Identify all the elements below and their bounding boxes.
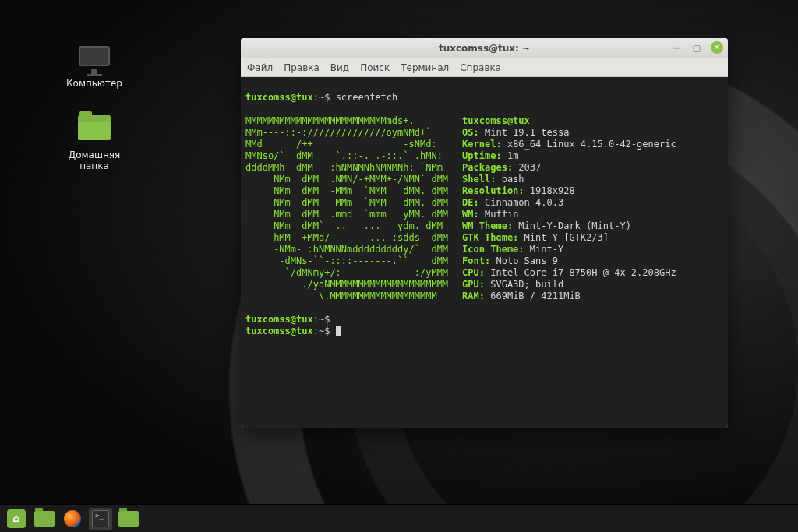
close-button[interactable]: ✕ — [711, 41, 723, 54]
menu-help[interactable]: Справка — [460, 62, 501, 73]
window-menubar: Файл Правка Вид Поиск Терминал Справка — [241, 58, 728, 77]
window-title: tuxcomss@tux: ~ — [439, 43, 530, 54]
mint-logo-icon: ⌂ — [7, 509, 26, 528]
taskbar-terminal[interactable] — [89, 508, 112, 530]
maximize-button[interactable]: ▢ — [690, 41, 703, 54]
terminal-command: screenfetch — [336, 92, 397, 103]
menu-search[interactable]: Поиск — [360, 62, 390, 73]
desktop-icon-home[interactable]: Домашняя папка — [59, 109, 129, 171]
terminal-icon — [92, 510, 109, 527]
menu-view[interactable]: Вид — [330, 62, 349, 73]
desktop-icon-computer[interactable]: Компьютер — [59, 37, 129, 89]
folder-icon — [118, 511, 139, 527]
computer-icon — [76, 37, 113, 75]
taskbar-firefox[interactable] — [61, 508, 84, 530]
desktop-icon-label: Компьютер — [59, 78, 129, 89]
taskbar: ⌂ — [0, 504, 798, 532]
terminal-viewport[interactable]: tuxcomss@tux:~$ screenfetch MMMMMMMMMMMM… — [241, 77, 728, 428]
folder-icon — [76, 109, 113, 146]
menu-edit[interactable]: Правка — [284, 62, 320, 73]
terminal-window: tuxcomss@tux: ~ — ▢ ✕ Файл Правка Вид По… — [241, 38, 728, 428]
folder-icon — [34, 511, 55, 527]
screenfetch-info: tuxcomss@tux OS: Mint 19.1 tessa Kernel:… — [448, 115, 676, 302]
desktop-icon-label: Домашняя папка — [59, 150, 129, 171]
taskbar-files-2[interactable] — [117, 508, 140, 530]
menu-file[interactable]: Файл — [247, 62, 273, 73]
firefox-icon — [64, 510, 81, 527]
taskbar-files[interactable] — [33, 508, 56, 530]
window-titlebar[interactable]: tuxcomss@tux: ~ — ▢ ✕ — [241, 38, 728, 58]
menu-button[interactable]: ⌂ — [5, 508, 28, 530]
terminal-cursor — [336, 326, 341, 336]
minimize-button[interactable]: — — [670, 41, 683, 54]
screenfetch-ascii: MMMMMMMMMMMMMMMMMMMMMMMMMmds+. MMm----::… — [245, 115, 448, 302]
menu-terminal[interactable]: Терминал — [401, 62, 449, 73]
